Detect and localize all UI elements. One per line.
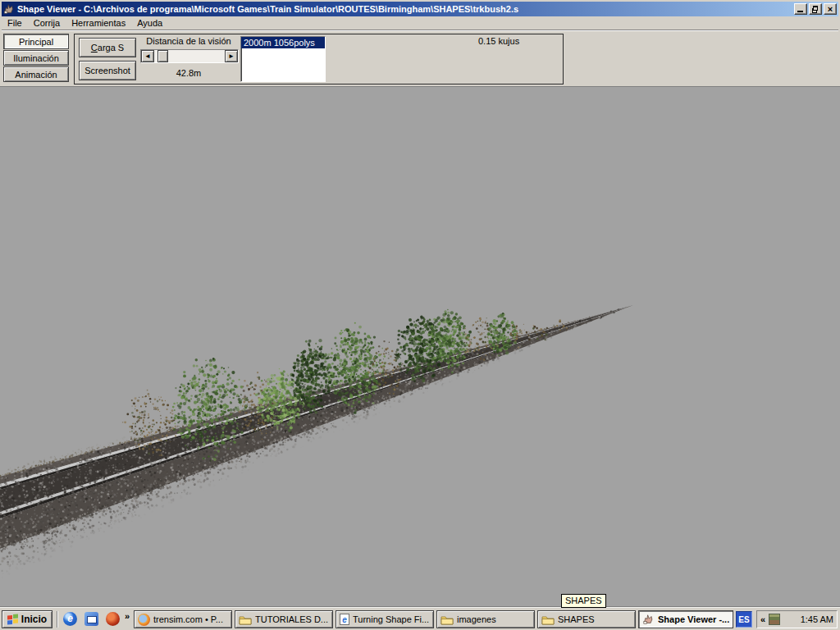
task-turning-shape[interactable]: e Turning Shape Fi...	[336, 610, 434, 628]
firefox-icon	[138, 614, 150, 626]
shape-viewer-window: Shape Viewer - C:\Archivos de programa\M…	[0, 0, 840, 86]
tray-chevron-icon[interactable]: «	[760, 614, 765, 624]
taskbar: Inicio e » trensim.com • P... TUTORIALES…	[0, 607, 840, 630]
folder-icon	[541, 614, 555, 625]
shape-viewer-icon	[3, 3, 15, 15]
track-and-bushes-scene[interactable]	[0, 87, 840, 608]
task-trensim[interactable]: trensim.com • P...	[134, 610, 232, 628]
folder-tooltip: SHAPES	[561, 594, 606, 608]
menu-ayuda[interactable]: Ayuda	[131, 16, 168, 30]
titlebar[interactable]: Shape Viewer - C:\Archivos de programa\M…	[2, 2, 838, 16]
minimize-icon	[797, 11, 803, 12]
windows-logo-icon	[7, 614, 19, 625]
task-shapes[interactable]: SHAPES	[537, 610, 636, 628]
language-indicator[interactable]: ES	[736, 611, 752, 628]
lod-item-selected[interactable]: 2000m 1056polys	[241, 37, 325, 48]
folder-icon	[441, 614, 454, 625]
credit-text: 0.15 kujus	[478, 36, 519, 46]
task-imagenes[interactable]: imagenes	[436, 610, 535, 628]
lod-listbox[interactable]: 2000m 1056polys	[240, 36, 326, 82]
view-distance-scrollbar[interactable]: ◄ ►	[140, 49, 239, 63]
tab-principal[interactable]: Principal	[3, 34, 69, 49]
render-viewport[interactable]	[0, 86, 840, 607]
folder-icon	[239, 614, 252, 625]
internet-explorer-icon[interactable]: e	[63, 612, 77, 626]
scroll-left-button[interactable]: ◄	[141, 50, 154, 62]
restore-button[interactable]	[809, 3, 822, 15]
taskbar-clock: 1:45 AM	[801, 614, 833, 624]
menu-bar: File Corrija Herramientas Ayuda	[2, 16, 838, 30]
taskbar-divider	[57, 611, 58, 628]
mail-icon[interactable]	[84, 612, 98, 626]
window-title: Shape Viewer - C:\Archivos de programa\M…	[17, 4, 792, 14]
close-button[interactable]: ×	[824, 3, 837, 15]
view-distance-label: Distancia de la visión	[137, 36, 240, 46]
load-shape-button[interactable]: Carga S	[79, 38, 136, 57]
tab-iluminacion[interactable]: Iluminación	[3, 50, 69, 66]
menu-file[interactable]: File	[2, 16, 28, 30]
controls-groupbox: Carga S Screenshot Distancia de la visió…	[74, 34, 564, 84]
minimize-button[interactable]	[794, 3, 807, 15]
task-shape-viewer-active[interactable]: Shape Viewer -...	[638, 610, 733, 628]
start-button[interactable]: Inicio	[2, 610, 52, 628]
red-app-icon[interactable]	[106, 612, 120, 626]
restore-icon	[812, 6, 818, 11]
tray-icon[interactable]	[769, 614, 780, 625]
scroll-thumb[interactable]	[158, 50, 168, 62]
shape-viewer-icon	[642, 614, 655, 625]
task-tutoriales[interactable]: TUTORIALES D...	[235, 610, 333, 628]
menu-corrija[interactable]: Corrija	[28, 16, 66, 30]
ie-document-icon: e	[340, 614, 349, 625]
tab-animacion[interactable]: Animación	[3, 66, 69, 82]
toolbar-panel: Principal Iluminación Animación Carga S …	[2, 30, 838, 86]
quick-launch-chevron-icon[interactable]: »	[125, 611, 130, 621]
screenshot-button[interactable]: Screenshot	[79, 61, 136, 80]
system-tray: « 1:45 AM	[756, 610, 838, 628]
menu-herramientas[interactable]: Herramientas	[66, 16, 131, 30]
view-distance-value: 42.8m	[137, 68, 240, 78]
scroll-right-button[interactable]: ►	[225, 50, 238, 62]
